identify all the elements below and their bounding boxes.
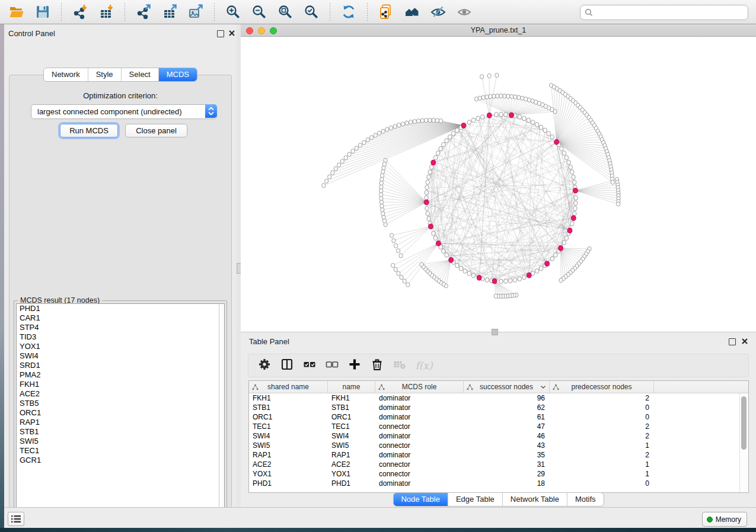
chevron-down-icon[interactable] [540,385,546,389]
column-header-successor-nodes[interactable]: successor nodes [464,381,550,393]
mcds-result-item[interactable]: ORC1 [17,408,220,418]
task-history-button[interactable] [8,512,24,526]
table-cell[interactable]: YOX1 [249,469,328,479]
mcds-result-item[interactable]: YOX1 [17,342,220,351]
split-panes-button[interactable] [279,358,295,373]
float-panel-icon[interactable] [217,30,224,37]
zoom-in-button[interactable] [224,3,242,21]
tab-select[interactable]: Select [122,68,159,81]
table-cell[interactable]: 62 [464,403,550,412]
table-cell[interactable]: SWI4 [328,431,375,441]
table-cell[interactable]: dominator [375,479,464,488]
mcds-result-item[interactable]: PMA2 [17,370,220,380]
table-cell[interactable]: connector [375,441,464,450]
table-cell[interactable]: 0 [550,412,654,422]
table-cell[interactable]: 1 [550,469,654,479]
table-cell[interactable]: STB1 [249,403,328,412]
table-cell[interactable]: 61 [464,412,550,422]
table-row[interactable]: PHD1PHD1dominator180 [249,479,740,488]
table-row[interactable]: SWI4SWI4dominator462 [249,431,740,441]
table-cell[interactable]: 1 [550,441,654,450]
table-cell[interactable]: 2 [550,450,654,460]
table-cell[interactable]: 18 [464,479,550,488]
mcds-result-item[interactable]: STB5 [17,399,220,408]
node-table-header[interactable]: shared namenameMCDS rolesuccessor nodesp… [249,381,748,393]
mcds-result-item[interactable]: PHD1 [17,304,220,313]
table-row[interactable]: TEC1TEC1connector472 [249,422,740,431]
table-cell[interactable]: dominator [375,412,464,422]
table-cell[interactable]: TEC1 [249,422,328,431]
table-row[interactable]: RAP1RAP1dominator352 [249,450,740,460]
table-cell[interactable]: connector [375,422,464,431]
table-cell[interactable]: YOX1 [328,469,375,479]
add-column-button[interactable] [347,358,362,373]
table-cell[interactable]: ORC1 [328,412,375,422]
table-scrollbar-thumb[interactable] [741,396,747,450]
mcds-result-item[interactable]: STP4 [17,323,220,332]
mcds-result-item[interactable]: SWI4 [17,351,220,361]
table-row[interactable]: SWI5SWI5connector431 [249,441,740,450]
table-cell[interactable]: SWI4 [249,431,328,441]
table-row[interactable]: FKH1FKH1dominator962 [249,393,740,403]
run-mcds-button[interactable]: Run MCDS [60,124,118,137]
delete-columns-button[interactable] [369,358,385,373]
table-cell[interactable]: dominator [375,431,464,441]
tab-edge-table[interactable]: Edge Table [448,493,503,506]
table-panel-tabs[interactable]: Node TableEdge TableNetwork TableMotifs [393,492,604,507]
control-panel-tabs[interactable]: NetworkStyleSelectMCDS [43,68,197,82]
mcds-result-list[interactable]: PHD1CAR1STP4TID3YOX1SWI4SRD1PMA2FKH1ACE2… [16,303,220,520]
close-table-panel-icon[interactable] [741,338,748,345]
column-header-shared-name[interactable]: shared name [249,381,328,393]
mcds-result-item[interactable]: FKH1 [17,380,220,389]
table-cell[interactable]: 0 [550,479,654,488]
table-cell[interactable]: 2 [550,422,654,431]
mcds-result-item[interactable]: CAR1 [17,313,220,323]
float-table-panel-icon[interactable] [729,338,736,345]
export-table-button[interactable] [161,3,178,21]
settings-gear-button[interactable] [257,358,272,373]
network-canvas[interactable] [241,37,756,332]
refresh-layout-button[interactable] [340,3,358,21]
column-header-MCDS-role[interactable]: MCDS role [375,381,464,393]
table-cell[interactable]: RAP1 [249,450,328,460]
optimization-criterion-select[interactable]: largest connected component (undirected) [31,104,217,119]
mac-close-icon[interactable] [246,27,253,34]
table-cell[interactable]: STB1 [328,403,375,412]
memory-button[interactable]: Memory [702,512,747,527]
zoom-selected-button[interactable] [302,3,320,21]
tab-mcds[interactable]: MCDS [159,68,197,81]
search-input[interactable] [596,7,748,18]
tab-network[interactable]: Network [44,68,88,81]
node-table-rows[interactable]: FKH1FKH1dominator962STB1STB1dominator620… [249,393,740,492]
deselect-all-button[interactable] [324,358,340,373]
column-header-name[interactable]: name [328,381,375,393]
mac-zoom-icon[interactable] [270,27,277,34]
table-cell[interactable]: 29 [464,469,550,479]
table-cell[interactable]: dominator [375,450,464,460]
mcds-result-item[interactable]: GCR1 [17,456,220,465]
table-cell[interactable]: 47 [464,422,550,431]
horizontal-splitter-handle[interactable] [492,329,498,335]
mcds-list-scrollbar[interactable] [219,303,225,520]
hide-selected-button[interactable] [429,3,447,21]
mcds-result-item[interactable]: STB1 [17,427,220,437]
zoom-out-button[interactable] [250,3,268,21]
tab-network-table[interactable]: Network Table [503,493,567,506]
table-cell[interactable]: PHD1 [249,479,328,488]
table-cell[interactable]: PHD1 [328,479,375,488]
new-network-from-selection-button[interactable] [377,3,395,21]
mac-minimize-icon[interactable] [258,27,265,34]
table-cell[interactable]: 96 [464,393,550,403]
table-cell[interactable]: ACE2 [328,460,375,469]
table-cell[interactable]: 46 [464,431,550,441]
table-cell[interactable]: FKH1 [328,393,375,403]
table-cell[interactable]: SWI5 [249,441,328,450]
mcds-result-item[interactable]: SRD1 [17,361,220,370]
table-row[interactable]: ORC1ORC1dominator610 [249,412,740,422]
table-cell[interactable]: 31 [464,460,550,469]
table-cell[interactable]: 2 [550,393,654,403]
column-header-predecessor-nodes[interactable]: predecessor nodes [550,381,654,393]
table-cell[interactable]: 1 [550,460,654,469]
tab-node-table[interactable]: Node Table [393,493,448,506]
table-cell[interactable]: 2 [550,431,654,441]
